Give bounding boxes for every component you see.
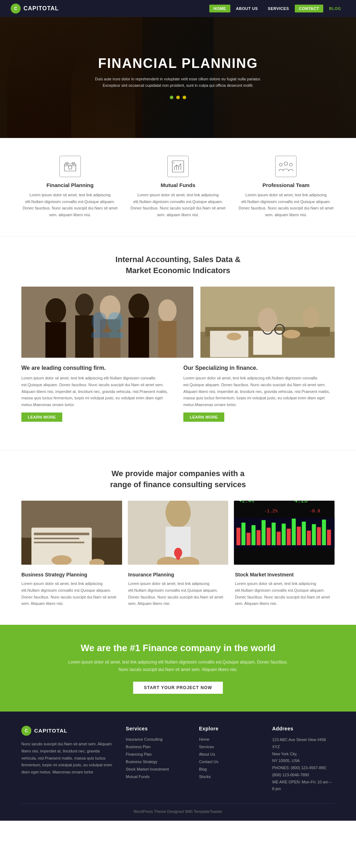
logo[interactable]: C CAPITOTAL: [11, 4, 59, 14]
service-ip-heading: Insurance Planning: [128, 572, 228, 577]
nav-contact[interactable]: CONTACT: [295, 5, 323, 12]
hero-dot-2[interactable]: [176, 96, 180, 99]
accounting-text-cols: We are leading consulting firm. Lorem ip…: [21, 365, 335, 421]
feature-pt-desc: Lorem ipsum dolor sit amet, test link ad…: [237, 192, 335, 218]
feature-fp-desc: Lorem ipsum dolor sit amet, test link ad…: [21, 192, 119, 218]
features-section: Financial Planning Lorem ipsum dolor sit…: [0, 138, 356, 236]
list-item: Contact Us: [199, 759, 262, 764]
footer-address-line-2: New York City,: [272, 751, 335, 758]
list-item: Stocks: [199, 774, 262, 779]
banner-body: Lorem ipsum dolor sit amet, test link ad…: [68, 659, 288, 673]
accounting-img-left: [21, 287, 193, 358]
hero-dot-3[interactable]: [183, 96, 186, 99]
svg-rect-24: [158, 321, 177, 358]
service-smi-desc: Lorem ipsum dolor sit amet, test link ad…: [235, 580, 335, 607]
accounting-learn-more-btn[interactable]: LEARN MORE: [21, 412, 62, 422]
footer-copyright: WordPress Theme Designed With TemplateTo…: [21, 809, 335, 814]
svg-rect-0: [64, 164, 76, 171]
footer-link-home[interactable]: Home: [199, 737, 209, 741]
footer-logo-text: CAPITOTAL: [34, 728, 67, 734]
svg-point-21: [129, 294, 149, 319]
list-item: Business Plan: [126, 744, 188, 749]
feature-pt-title: Professional Team: [237, 182, 335, 188]
logo-icon: C: [11, 4, 21, 14]
service-ip-desc: Lorem ipsum dolor sit amet, test link ad…: [128, 580, 228, 607]
footer-link-financing[interactable]: Financing Plan: [126, 752, 152, 756]
svg-rect-68: [307, 531, 311, 545]
accounting-left-body: Lorem ipsum dolor sit amet, test link ad…: [21, 375, 173, 408]
svg-rect-56: [247, 533, 251, 545]
footer-address-col: Addrees 123 ABC Ave Street View #456 XYZ…: [272, 726, 335, 793]
svg-rect-61: [272, 523, 276, 545]
footer-link-about[interactable]: About Us: [199, 752, 215, 756]
companies-title: We provide major companies with arange o…: [21, 468, 335, 490]
footer-link-stock-market[interactable]: Stock Market Investment: [126, 767, 169, 771]
footer-link-services[interactable]: Services: [199, 745, 214, 749]
footer-address-line-1: 123 ABC Ave Street View #456 XYZ: [272, 736, 335, 751]
svg-rect-62: [277, 532, 281, 545]
svg-rect-16: [46, 322, 66, 358]
companies-img-3: +2.4% -1.2% 4.2B -0.8: [234, 501, 335, 565]
accounting-right-body: Lorem ipsum dolor sit amet, test link ad…: [183, 375, 335, 408]
svg-rect-40: [34, 538, 79, 539]
footer-services-list: Insurance Consulting Business Plan Finan…: [126, 736, 188, 779]
footer-services-col: Services Insurance Consulting Business P…: [126, 726, 188, 793]
companies-img-1: [21, 501, 122, 565]
logo-text: CAPITOTAL: [23, 5, 59, 12]
accounting-right-learn-more-btn[interactable]: LEARN MORE: [183, 412, 224, 422]
nav-services[interactable]: SERVICES: [263, 5, 293, 12]
svg-text:-1.2%: -1.2%: [264, 508, 278, 514]
list-item: Mutual Funds: [126, 774, 188, 779]
nav-blog[interactable]: BLOG: [325, 5, 345, 12]
hero-dot-1[interactable]: [170, 96, 173, 99]
service-smi-heading: Stock Market Investment: [235, 572, 335, 577]
green-banner: We are the #1 Finance company in the wor…: [0, 625, 356, 712]
hero-subtitle: Duis aute irure dolor in reprehenderit i…: [93, 76, 263, 89]
accounting-section: Internal Accounting, Sales Data &Market …: [0, 236, 356, 450]
footer-link-mutual-funds[interactable]: Mutual Funds: [126, 774, 150, 779]
svg-rect-64: [287, 529, 291, 545]
service-bsp-heading: Business Strategy Planning: [21, 572, 121, 577]
footer-address-heading: Addrees: [272, 726, 335, 731]
footer-link-biz-strategy[interactable]: Business Strategy: [126, 760, 157, 764]
svg-rect-58: [257, 530, 261, 545]
nav-home[interactable]: HOME: [209, 5, 230, 12]
svg-point-23: [158, 299, 177, 322]
svg-point-47: [174, 548, 182, 558]
svg-rect-57: [252, 525, 256, 545]
svg-rect-72: [327, 530, 331, 545]
companies-img-2: [128, 501, 229, 565]
nav-links: HOME ABOUT US SERVICES CONTACT BLOG: [209, 5, 345, 12]
financial-planning-icon: [59, 156, 81, 177]
svg-point-17: [75, 294, 93, 316]
svg-point-13: [289, 163, 292, 166]
footer-link-insurance[interactable]: Insurance Consulting: [126, 737, 162, 741]
list-item: Business Strategy: [126, 759, 188, 764]
accounting-images: [21, 287, 335, 358]
companies-text-cols: Business Strategy Planning Lorem ipsum d…: [21, 572, 335, 607]
start-project-btn[interactable]: START YOUR PROJECT NOW: [133, 682, 223, 694]
feature-mf-title: Mutual Funds: [129, 182, 226, 188]
svg-point-31: [283, 330, 300, 339]
service-ip: Insurance Planning Lorem ipsum dolor sit…: [128, 572, 228, 607]
svg-rect-18: [75, 315, 93, 358]
list-item: Financing Plan: [126, 751, 188, 757]
feature-financial-planning: Financial Planning Lorem ipsum dolor sit…: [21, 156, 119, 218]
footer-logo[interactable]: C CAPITOTAL: [21, 726, 115, 736]
feature-mutual-funds: Mutual Funds Lorem ipsum dolor sit amet,…: [129, 156, 226, 218]
footer-link-stocks[interactable]: Stocks: [199, 774, 211, 779]
footer-address-line-3: NY 10005, USA: [272, 757, 335, 765]
footer-link-contact[interactable]: Contact Us: [199, 760, 218, 764]
svg-rect-65: [292, 519, 296, 545]
svg-point-30: [227, 333, 241, 341]
list-item: About Us: [199, 751, 262, 757]
service-smi: Stock Market Investment Lorem ipsum dolo…: [235, 572, 335, 607]
footer-link-business-plan[interactable]: Business Plan: [126, 745, 151, 749]
footer-link-blog[interactable]: Blog: [199, 767, 207, 771]
nav-about[interactable]: ABOUT US: [232, 5, 262, 12]
professional-team-icon: [275, 156, 297, 177]
companies-section: We provide major companies with arange o…: [0, 451, 356, 625]
svg-point-15: [46, 298, 66, 324]
banner-title: We are the #1 Finance company in the wor…: [28, 643, 328, 654]
footer-brand-col: C CAPITOTAL Nunc iaculis suscipit dui.Na…: [21, 726, 115, 793]
